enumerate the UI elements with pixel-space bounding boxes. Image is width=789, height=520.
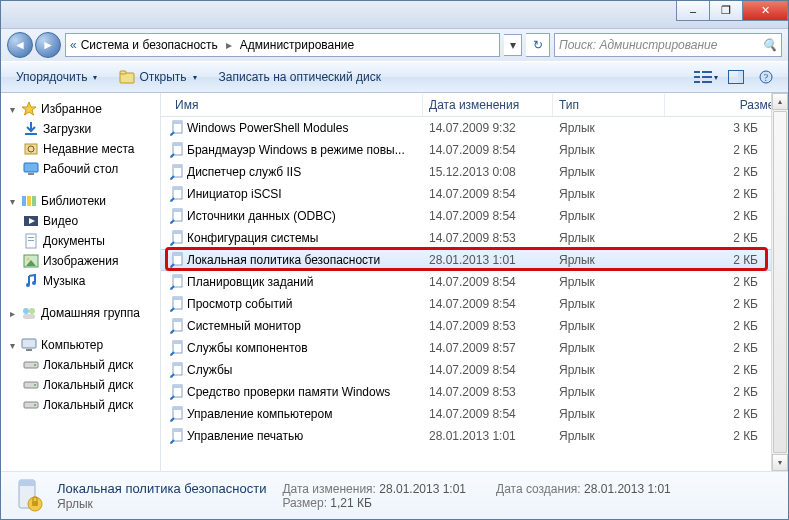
open-icon <box>119 69 135 85</box>
file-row[interactable]: Системный монитор14.07.2009 8:53Ярлык2 К… <box>161 315 788 337</box>
shortcut-icon <box>169 164 187 180</box>
close-button[interactable]: ✕ <box>742 1 788 21</box>
file-row[interactable]: Локальная политика безопасности28.01.201… <box>161 249 788 271</box>
chevron-right-icon: ▸ <box>7 308 17 319</box>
window-titlebar: – ❐ ✕ <box>1 1 788 29</box>
file-row[interactable]: Управление компьютером14.07.2009 8:54Ярл… <box>161 403 788 425</box>
svg-rect-19 <box>27 196 31 206</box>
svg-rect-1 <box>120 71 126 74</box>
file-row[interactable]: Диспетчер служб IIS15.12.2013 0:08Ярлык2… <box>161 161 788 183</box>
svg-point-31 <box>23 308 29 314</box>
svg-rect-34 <box>22 339 36 348</box>
file-row[interactable]: Брандмауэр Windows в режиме повы...14.07… <box>161 139 788 161</box>
shortcut-icon <box>169 384 187 400</box>
details-pane: Локальная политика безопасности Ярлык Да… <box>1 471 788 519</box>
file-row[interactable]: Службы14.07.2009 8:54Ярлык2 КБ <box>161 359 788 381</box>
nav-forward-button[interactable]: ► <box>35 32 61 58</box>
svg-text:?: ? <box>764 72 769 83</box>
column-header-size[interactable]: Размер <box>665 94 788 116</box>
organize-button[interactable]: Упорядочить▾ <box>7 66 106 88</box>
svg-point-37 <box>34 364 36 366</box>
nav-favorites-header[interactable]: ▾ Избранное <box>1 99 160 119</box>
file-name: Управление компьютером <box>187 407 423 421</box>
column-header-date[interactable]: Дата изменения <box>423 94 553 116</box>
nav-desktop[interactable]: Рабочий стол <box>1 159 160 179</box>
chevron-right-icon: ▸ <box>222 38 236 52</box>
open-button[interactable]: Открыть▾ <box>110 65 205 89</box>
svg-point-41 <box>34 404 36 406</box>
scroll-down-button[interactable]: ▾ <box>772 454 788 471</box>
file-row[interactable]: Службы компонентов14.07.2009 8:57Ярлык2 … <box>161 337 788 359</box>
file-name: Windows PowerShell Modules <box>187 121 423 135</box>
svg-rect-70 <box>173 319 182 322</box>
nav-videos[interactable]: Видео <box>1 211 160 231</box>
details-file-icon <box>11 478 47 514</box>
search-input[interactable]: Поиск: Администрирование 🔍 <box>554 33 782 57</box>
video-icon <box>23 213 39 229</box>
details-date-created-label: Дата создания: <box>496 482 581 496</box>
nav-music[interactable]: Музыка <box>1 271 160 291</box>
refresh-button[interactable]: ↻ <box>526 33 550 57</box>
drive-icon <box>23 397 39 413</box>
svg-rect-4 <box>694 81 700 83</box>
column-header-type[interactable]: Тип <box>553 94 665 116</box>
file-size: 2 КБ <box>665 165 788 179</box>
maximize-button[interactable]: ❐ <box>709 1 743 21</box>
help-button[interactable]: ? <box>752 66 780 88</box>
change-view-button[interactable]: ▾ <box>692 66 720 88</box>
breadcrumb[interactable]: Система и безопасность <box>81 38 218 52</box>
vertical-scrollbar[interactable]: ▴ ▾ <box>771 93 788 471</box>
star-icon <box>21 101 37 117</box>
file-row[interactable]: Средство проверки памяти Windows14.07.20… <box>161 381 788 403</box>
nav-documents[interactable]: Документы <box>1 231 160 251</box>
nav-recent-places[interactable]: Недавние места <box>1 139 160 159</box>
details-date-modified-label: Дата изменения: <box>282 482 376 496</box>
minimize-button[interactable]: – <box>676 1 710 21</box>
shortcut-icon <box>169 318 187 334</box>
address-bar[interactable]: « Система и безопасность ▸ Администриров… <box>65 33 500 57</box>
svg-point-32 <box>29 308 35 314</box>
nav-back-button[interactable]: ◄ <box>7 32 33 58</box>
file-name: Источники данных (ODBC) <box>187 209 423 223</box>
file-row[interactable]: Инициатор iSCSI14.07.2009 8:54Ярлык2 КБ <box>161 183 788 205</box>
drive-icon <box>23 377 39 393</box>
nav-section-label: Избранное <box>41 102 102 116</box>
address-dropdown-button[interactable]: ▾ <box>504 34 522 56</box>
file-row[interactable]: Windows PowerShell Modules14.07.2009 9:3… <box>161 117 788 139</box>
scroll-thumb[interactable] <box>773 111 787 453</box>
address-chevrons-icon: « <box>70 38 77 52</box>
details-size-label: Размер: <box>282 496 327 510</box>
svg-point-39 <box>34 384 36 386</box>
svg-rect-46 <box>173 143 182 146</box>
nav-homegroup-header[interactable]: ▸ Домашняя группа <box>1 303 160 323</box>
file-date: 14.07.2009 8:54 <box>423 209 553 223</box>
svg-marker-12 <box>22 102 36 115</box>
column-header-name[interactable]: Имя <box>169 94 423 116</box>
nav-local-disk[interactable]: Локальный диск <box>1 355 160 375</box>
nav-computer-header[interactable]: ▾ Компьютер <box>1 335 160 355</box>
file-row[interactable]: Планировщик заданий14.07.2009 8:54Ярлык2… <box>161 271 788 293</box>
downloads-icon <box>23 121 39 137</box>
svg-rect-64 <box>173 275 182 278</box>
breadcrumb[interactable]: Администрирование <box>240 38 354 52</box>
music-icon <box>23 273 39 289</box>
file-row[interactable]: Конфигурация системы14.07.2009 8:53Ярлык… <box>161 227 788 249</box>
nav-pictures[interactable]: Изображения <box>1 251 160 271</box>
svg-rect-67 <box>173 297 182 300</box>
file-row[interactable]: Источники данных (ODBC)14.07.2009 8:54Яр… <box>161 205 788 227</box>
chevron-down-icon: ▾ <box>7 104 17 115</box>
svg-point-30 <box>32 281 36 285</box>
nav-local-disk[interactable]: Локальный диск <box>1 395 160 415</box>
shortcut-icon <box>169 340 187 356</box>
preview-pane-button[interactable] <box>722 66 750 88</box>
shortcut-icon <box>169 274 187 290</box>
file-row[interactable]: Управление печатью28.01.2013 1:01Ярлык2 … <box>161 425 788 447</box>
file-date: 14.07.2009 8:54 <box>423 363 553 377</box>
scroll-up-button[interactable]: ▴ <box>772 93 788 110</box>
nav-libraries-header[interactable]: ▾ Библиотеки <box>1 191 160 211</box>
file-size: 2 КБ <box>665 319 788 333</box>
burn-button[interactable]: Записать на оптический диск <box>210 66 391 88</box>
file-row[interactable]: Просмотр событий14.07.2009 8:54Ярлык2 КБ <box>161 293 788 315</box>
nav-local-disk[interactable]: Локальный диск <box>1 375 160 395</box>
nav-downloads[interactable]: Загрузки <box>1 119 160 139</box>
